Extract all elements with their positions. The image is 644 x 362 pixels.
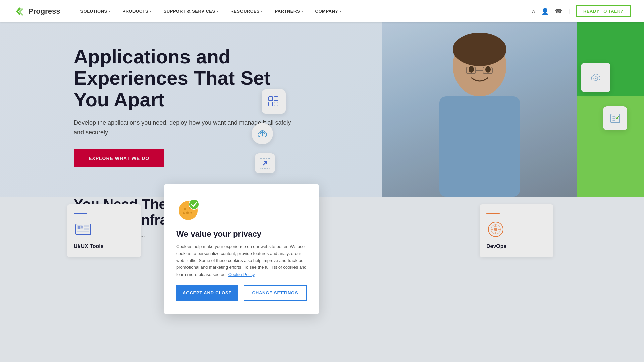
nav-company[interactable]: COMPANY ▾: [315, 9, 341, 14]
svg-point-31: [191, 212, 192, 214]
logo[interactable]: Progress: [13, 5, 60, 17]
cookie-title: We value your privacy: [176, 229, 307, 239]
cookie-icon: [176, 198, 200, 221]
cookie-body-text: Cookies help make your experience on our…: [176, 243, 307, 278]
chevron-down-icon: ▾: [109, 10, 111, 13]
accept-close-button[interactable]: ACCEPT AND CLOSE: [176, 285, 238, 301]
nav-links: SOLUTIONS ▾ PRODUCTS ▾ SUPPORT & SERVICE…: [80, 9, 532, 14]
cookie-banner: We value your privacy Cookies help make …: [164, 184, 319, 314]
chevron-down-icon: ▾: [301, 10, 303, 13]
navigation: Progress SOLUTIONS ▾ PRODUCTS ▾ SUPPORT …: [0, 0, 644, 22]
svg-point-28: [184, 208, 186, 210]
logo-text: Progress: [28, 7, 60, 16]
search-icon[interactable]: ⌕: [532, 8, 535, 15]
nav-support[interactable]: SUPPORT & SERVICES ▾: [164, 9, 218, 14]
svg-point-32: [183, 212, 185, 214]
chevron-down-icon: ▾: [150, 10, 152, 13]
cookie-overlay: [0, 0, 644, 362]
nav-resources[interactable]: RESOURCES ▾: [230, 9, 263, 14]
nav-products[interactable]: PRODUCTS ▾: [122, 9, 151, 14]
cookie-buttons: ACCEPT AND CLOSE CHANGE SETTINGS: [176, 285, 307, 301]
progress-logo-icon: [13, 5, 25, 17]
cookie-icon-wrapper: [176, 198, 307, 223]
user-icon[interactable]: 👤: [541, 8, 549, 15]
nav-actions: ⌕ 👤 ☎ | READY TO TALK?: [532, 5, 631, 17]
chevron-down-icon: ▾: [261, 10, 263, 13]
svg-point-30: [186, 212, 189, 214]
divider: |: [568, 8, 570, 15]
ready-talk-button[interactable]: READY TO TALK?: [576, 5, 631, 17]
svg-point-34: [189, 200, 199, 209]
change-settings-button[interactable]: CHANGE SETTINGS: [244, 285, 307, 301]
chevron-down-icon: ▾: [340, 10, 342, 13]
chevron-down-icon: ▾: [217, 10, 219, 13]
nav-partners[interactable]: PARTNERS ▾: [275, 9, 303, 14]
phone-icon[interactable]: ☎: [555, 8, 562, 15]
cookie-policy-link[interactable]: Cookie Policy: [228, 272, 255, 277]
nav-solutions[interactable]: SOLUTIONS ▾: [80, 9, 110, 14]
